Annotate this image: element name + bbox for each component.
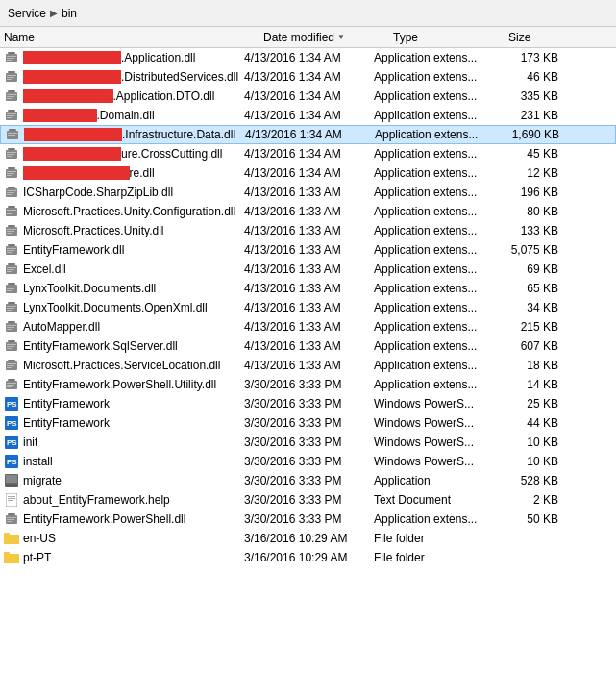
file-date-cell: 4/13/2016 1:33 AM [244,339,374,353]
table-row[interactable]: PS EntityFramework3/30/2016 3:33 PMWindo… [0,413,616,433]
file-name-cell: EntityFramework.PowerShell.dll [4,511,244,527]
breadcrumb-bar: Service ▶ bin [0,0,616,27]
col-type-header[interactable]: Type [393,31,508,44]
col-name-header[interactable]: Name [4,31,263,44]
table-row[interactable]: █████████████re.dll4/13/2016 1:34 AMAppl… [0,163,616,183]
breadcrumb-service[interactable]: Service [8,7,46,20]
file-type-cell: Text Document [374,493,489,507]
svg-rect-83 [7,365,14,366]
file-name-cell: Microsoft.Practices.ServiceLocation.dll [4,358,244,373]
file-name-cell: about_EntityFramework.help [4,492,244,508]
table-row[interactable]: ████████████.DistributedServices.dll4/13… [0,67,616,87]
file-type-cell: File folder [374,532,489,545]
file-type-cell: Application extens... [374,512,489,526]
svg-rect-52 [7,248,16,249]
table-row[interactable]: PS init3/30/2016 3:33 PMWindows PowerS..… [0,433,616,452]
file-name-cell: ████████████.DistributedServices.dll [4,69,244,85]
breadcrumb-arrow: ▶ [50,8,58,18]
table-row[interactable]: ████████████.Infrastructure.Data.dll4/13… [0,125,616,144]
file-date-cell: 4/13/2016 1:34 AM [244,89,374,103]
table-row[interactable]: LynxToolkit.Documents.dll4/13/2016 1:33 … [0,279,616,298]
col-size-header[interactable]: Size [508,31,585,44]
svg-rect-27 [7,152,16,153]
file-date-cell: 4/13/2016 1:33 AM [244,224,374,237]
file-size-cell: 80 KB [489,205,566,218]
svg-rect-56 [8,263,15,265]
file-name-cell: PS init [4,435,244,450]
svg-rect-82 [7,363,16,364]
application-icon [4,473,19,488]
file-type-cell: Windows PowerS... [374,436,489,449]
dll-icon [4,108,19,123]
file-date-cell: 4/13/2016 1:34 AM [244,109,374,122]
file-type-cell: Application extens... [374,70,489,84]
file-name-cell: EntityFramework.PowerShell.Utility.dll [4,377,244,392]
table-row[interactable]: LynxToolkit.Documents.OpenXml.dll4/13/20… [0,298,616,317]
svg-text:PS: PS [7,419,17,428]
table-row[interactable]: Microsoft.Practices.Unity.dll4/13/2016 1… [0,221,616,240]
file-size-cell: 2 KB [489,493,566,507]
svg-rect-1 [8,52,15,54]
file-size-cell: 50 KB [489,512,566,526]
table-row[interactable]: ████████████ure.CrossCutting.dll4/13/201… [0,144,616,163]
svg-rect-107 [7,517,16,518]
file-size-cell: 44 KB [489,416,566,430]
svg-rect-31 [8,167,15,169]
svg-rect-46 [8,225,15,227]
file-size-cell: 18 KB [489,359,566,372]
dll-icon [4,358,19,373]
file-name-cell: EntityFramework.SqlServer.dll [4,338,244,354]
table-row[interactable]: en-US3/16/2016 10:29 AMFile folder [0,529,616,548]
file-size-cell: 1,690 KB [490,128,567,141]
dll-icon [4,377,19,392]
file-type-cell: Application extens... [374,262,489,276]
table-row[interactable]: about_EntityFramework.help3/30/2016 3:33… [0,490,616,510]
table-row[interactable]: ████████████.Application.dll4/13/2016 1:… [0,48,616,67]
file-name-cell: migrate [4,473,244,488]
svg-rect-62 [7,287,16,287]
svg-rect-32 [7,171,16,172]
file-date-cell: 3/30/2016 3:33 PM [244,474,374,487]
table-row[interactable]: Excel.dll4/13/2016 1:33 AMApplication ex… [0,260,616,279]
table-row[interactable]: █████████.Domain.dll4/13/2016 1:34 AMApp… [0,106,616,125]
svg-rect-22 [8,133,17,134]
file-name-cell: EntityFramework.dll [4,242,244,258]
svg-rect-77 [7,344,16,345]
file-date-cell: 4/13/2016 1:34 AM [244,147,374,161]
file-type-cell: Application [374,474,489,487]
table-row[interactable]: PS EntityFramework3/30/2016 3:33 PMWindo… [0,394,616,413]
svg-rect-3 [7,58,14,59]
text-file-icon [4,492,19,508]
table-row[interactable]: EntityFramework.dll4/13/2016 1:33 AMAppl… [0,240,616,260]
file-name-cell: ████████████.Application.dll [4,50,244,65]
svg-rect-71 [8,321,15,323]
table-row[interactable]: AutoMapper.dll4/13/2016 1:33 AMApplicati… [0,317,616,337]
file-type-cell: File folder [374,551,489,564]
table-row[interactable]: migrate3/30/2016 3:33 PMApplication528 K… [0,471,616,490]
svg-rect-58 [7,269,14,270]
table-row[interactable]: EntityFramework.PowerShell.dll3/30/2016 … [0,510,616,529]
table-row[interactable]: pt-PT3/16/2016 10:29 AMFile folder [0,548,616,567]
file-date-cell: 3/30/2016 3:33 PM [244,416,374,430]
file-date-cell: 3/30/2016 3:33 PM [244,378,374,391]
svg-rect-42 [7,210,16,211]
file-type-cell: Application extens... [374,186,489,199]
file-name-cell: LynxToolkit.Documents.dll [4,281,244,296]
svg-rect-48 [7,231,14,232]
svg-rect-26 [8,148,15,150]
table-row[interactable]: EntityFramework.SqlServer.dll4/13/2016 1… [0,337,616,356]
table-row[interactable]: EntityFramework.PowerShell.Utility.dll3/… [0,375,616,394]
breadcrumb-bin[interactable]: bin [62,7,77,20]
table-row[interactable]: Microsoft.Practices.Unity.Configuration.… [0,202,616,221]
col-date-header[interactable]: Date modified ▼ [263,31,393,44]
table-row[interactable]: ███████████.Application.DTO.dll4/13/2016… [0,87,616,106]
table-row[interactable]: PS install3/30/2016 3:33 PMWindows Power… [0,452,616,471]
svg-rect-54 [7,252,12,253]
file-type-cell: Windows PowerS... [374,416,489,430]
folder-icon [4,550,19,565]
file-name-cell: en-US [4,531,244,546]
svg-text:PS: PS [7,458,17,466]
table-row[interactable]: ICSharpCode.SharpZipLib.dll4/13/2016 1:3… [0,183,616,202]
svg-rect-24 [8,137,13,137]
table-row[interactable]: Microsoft.Practices.ServiceLocation.dll4… [0,356,616,375]
